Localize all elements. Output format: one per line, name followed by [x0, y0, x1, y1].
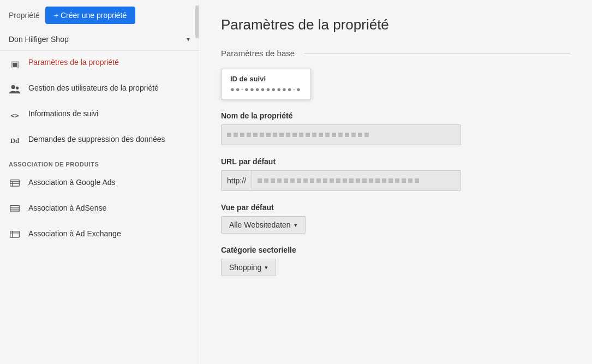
svg-point-0 — [11, 85, 15, 89]
scrollbar-thumb[interactable] — [195, 5, 199, 38]
sidebar-item-ad-exchange[interactable]: Association à Ad Exchange — [0, 222, 199, 248]
sidebar-item-adsense[interactable]: Association à AdSense — [0, 196, 199, 222]
sector-category-group: Catégorie sectorielle Catégorie sectorie… — [221, 246, 570, 276]
property-name-label-text: Nom de la propriété — [221, 111, 570, 120]
create-property-button[interactable]: + Créer une propriété — [45, 7, 135, 24]
users-icon — [9, 83, 21, 96]
main-content: Paramètres de la propriété Paramètres de… — [199, 0, 592, 364]
sector-category-label-text: Catégorie sectorielle — [221, 246, 570, 254]
sidebar: Propriété + Créer une propriété Don Hilf… — [0, 0, 199, 364]
sidebar-item-label: Association à Ad Exchange — [28, 229, 121, 240]
property-name-input[interactable] — [221, 124, 461, 145]
svg-rect-2 — [10, 180, 20, 187]
sidebar-item-user-management[interactable]: Gestion des utilisateurs de la propriété — [0, 76, 199, 102]
data-deletion-icon: Dd — [9, 135, 21, 147]
products-section-title: ASSOCIATION DE PRODUITS — [0, 153, 199, 171]
default-view-value: Alle Websitedaten — [229, 220, 291, 229]
property-name-group: Nom de la propriété Nom de la propriété — [221, 111, 570, 145]
code-icon: <> — [9, 109, 21, 121]
google-ads-icon — [9, 178, 21, 190]
default-view-label-text: Vue par défaut — [221, 203, 570, 212]
sidebar-item-google-ads[interactable]: Association à Google Ads — [0, 171, 199, 196]
sector-category-dropdown[interactable]: Shopping ▾ — [221, 259, 276, 276]
sidebar-item-label: Association à AdSense — [28, 203, 106, 214]
url-value-input[interactable] — [252, 170, 461, 191]
scrollbar[interactable] — [195, 0, 199, 364]
sector-category-arrow: ▾ — [265, 264, 268, 271]
sidebar-header: Propriété + Créer une propriété — [0, 0, 199, 31]
tracking-id-box: ID de suivi ●●-●●●●●●●●●-● — [221, 69, 311, 99]
sidebar-item-tracking-info[interactable]: <> Informations de suivi — [0, 102, 199, 128]
url-protocol-dropdown[interactable]: http:// — [221, 170, 252, 191]
section-base-header: Paramètres de base — [221, 49, 570, 58]
property-settings-icon: ▣ — [9, 58, 21, 70]
default-url-label: URL par défaut — [221, 157, 570, 166]
tracking-id-group: ID de suivi ●●-●●●●●●●●●-● — [221, 69, 570, 99]
url-row: http:// — [221, 170, 461, 191]
sidebar-item-label: Association à Google Ads — [28, 177, 116, 188]
svg-rect-10 — [10, 231, 20, 238]
svg-point-1 — [16, 87, 19, 90]
sidebar-item-label: Gestion des utilisateurs de la propriété — [28, 83, 159, 94]
sidebar-item-label: Demandes de suppression des données — [28, 134, 165, 145]
account-selector[interactable]: Don Hilfiger Shop — [0, 31, 199, 51]
sector-category-value: Shopping — [229, 263, 261, 272]
sidebar-item-label: Paramètres de la propriété — [28, 57, 119, 68]
property-label: Propriété — [9, 11, 40, 20]
adsense-icon — [9, 204, 21, 216]
tracking-id-value: ●●-●●●●●●●●●-● — [230, 85, 302, 93]
ad-exchange-icon — [9, 229, 21, 241]
default-view-group: Vue par défaut Vue par défaut Alle Websi… — [221, 203, 570, 234]
page-title: Paramètres de la propriété — [221, 16, 570, 33]
tracking-id-label: ID de suivi — [230, 75, 302, 83]
default-view-arrow: ▾ — [294, 222, 297, 229]
sidebar-item-data-deletion[interactable]: Dd Demandes de suppression des données — [0, 128, 199, 153]
default-url-group: URL par défaut http:// — [221, 157, 570, 191]
default-view-dropdown[interactable]: Alle Websitedaten ▾ — [221, 216, 306, 234]
sidebar-item-property-settings[interactable]: ▣ Paramètres de la propriété — [0, 51, 199, 76]
sidebar-item-label: Informations de suivi — [28, 109, 98, 120]
